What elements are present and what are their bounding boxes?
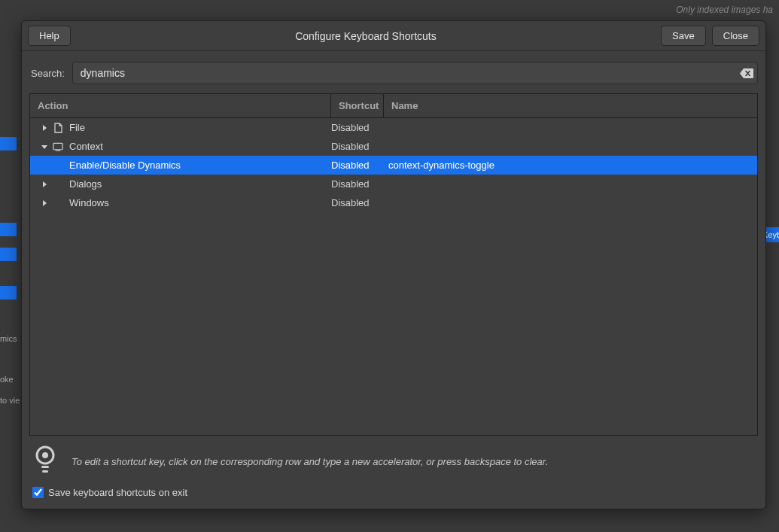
tree-label: Dialogs <box>66 178 102 190</box>
svg-point-3 <box>42 452 48 458</box>
shortcuts-dialog: Help Configure Keyboard Shortcuts Save C… <box>21 20 766 509</box>
tree-group[interactable]: FileDisabled <box>30 118 757 137</box>
bg-side-label: oke <box>0 375 14 384</box>
tree-label: Windows <box>66 197 109 208</box>
svg-rect-4 <box>41 466 49 468</box>
tree-label: Enable/Disable Dynamics <box>66 160 181 171</box>
expander-icon[interactable] <box>39 141 50 152</box>
close-button[interactable]: Close <box>712 26 759 46</box>
context-icon <box>53 141 63 152</box>
shortcuts-tree: Action Shortcut Name FileDisabledContext… <box>29 93 758 436</box>
svg-rect-5 <box>42 470 48 473</box>
tree-group[interactable]: ContextDisabled <box>30 137 757 156</box>
search-input[interactable] <box>72 62 758 84</box>
expander-icon[interactable] <box>39 198 50 208</box>
help-button[interactable]: Help <box>28 26 71 46</box>
bg-hint-text: Only indexed images ha <box>676 5 773 15</box>
bg-left-strip <box>0 0 21 532</box>
expander-icon[interactable] <box>39 179 50 190</box>
tree-body[interactable]: FileDisabledContextDisabledEnable/Disabl… <box>30 118 757 435</box>
shortcut-cell[interactable]: Disabled <box>331 122 384 133</box>
save-on-exit-row: Save keyboard shortcuts on exit <box>29 484 758 503</box>
tree-label: Context <box>66 141 103 152</box>
tree-header: Action Shortcut Name <box>30 94 757 118</box>
shortcut-cell[interactable]: Disabled <box>331 141 384 152</box>
dialog-title: Configure Keyboard Shortcuts <box>71 30 661 42</box>
spacer <box>53 198 63 208</box>
clear-search-icon[interactable] <box>740 68 753 78</box>
lightbulb-icon <box>32 445 58 478</box>
file-icon <box>53 123 63 133</box>
name-cell: context-dynamics-toggle <box>384 160 757 171</box>
save-on-exit-checkbox[interactable] <box>32 487 44 498</box>
tree-label: File <box>66 122 85 133</box>
spacer <box>53 179 63 190</box>
tree-item[interactable]: Enable/Disable DynamicsDisabledcontext-d… <box>30 156 757 175</box>
shortcut-cell[interactable]: Disabled <box>331 160 384 171</box>
bg-side-label: to vie <box>0 396 20 405</box>
column-name[interactable]: Name <box>384 94 757 117</box>
svg-rect-0 <box>53 143 62 149</box>
save-on-exit-label[interactable]: Save keyboard shortcuts on exit <box>48 487 187 498</box>
shortcut-cell[interactable]: Disabled <box>331 197 384 208</box>
search-row: Search: <box>29 62 758 84</box>
dialog-titlebar: Help Configure Keyboard Shortcuts Save C… <box>22 21 765 51</box>
bg-side-label: mics <box>0 334 17 343</box>
search-label: Search: <box>29 68 65 79</box>
tree-group[interactable]: WindowsDisabled <box>30 193 757 212</box>
column-action[interactable]: Action <box>30 94 331 117</box>
save-button[interactable]: Save <box>661 26 706 46</box>
tip-row: To edit a shortcut key, click on the cor… <box>29 436 758 484</box>
column-shortcut[interactable]: Shortcut <box>331 94 384 117</box>
tip-text: To edit a shortcut key, click on the cor… <box>72 456 548 467</box>
expander-icon[interactable] <box>39 123 50 133</box>
tree-group[interactable]: DialogsDisabled <box>30 175 757 193</box>
shortcut-cell[interactable]: Disabled <box>331 178 384 190</box>
